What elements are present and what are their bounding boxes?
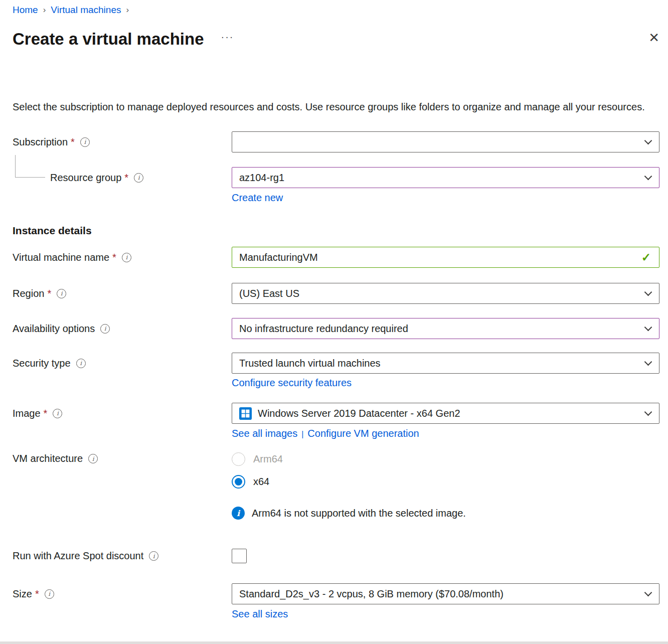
size-value: Standard_D2s_v3 - 2 vcpus, 8 GiB memory … [239,588,645,600]
info-icon[interactable] [57,289,66,298]
breadcrumb-separator-icon: › [43,5,46,15]
configure-vm-generation-link[interactable]: Configure VM generation [307,428,419,439]
region-label-cell: Region * [13,288,232,299]
see-all-images-link[interactable]: See all images [232,428,297,439]
breadcrumb-virtual-machines[interactable]: Virtual machines [51,5,121,16]
security-type-label-cell: Security type [13,358,232,369]
vm-name-field: ✓ [232,247,659,268]
azure-spot-label: Run with Azure Spot discount [13,550,143,562]
field-row-region: Region * (US) East US [13,283,659,304]
image-dropdown[interactable]: Windows Server 2019 Datacenter - x64 Gen… [232,403,659,424]
availability-label-cell: Availability options [13,323,232,335]
size-label: Size [13,588,32,600]
close-icon[interactable]: ✕ [648,29,659,46]
resource-group-dropdown[interactable]: az104-rg1 [232,167,659,188]
title-row: Create a virtual machine ··· ✕ [13,29,659,49]
field-row-resource-group: Resource group * az104-rg1 [13,167,659,188]
region-value: (US) East US [239,288,645,299]
size-link-row: See all sizes [232,608,659,620]
more-options-icon[interactable]: ··· [221,31,234,43]
required-marker: * [44,408,48,419]
chevron-down-icon [644,288,652,296]
info-icon[interactable] [134,173,143,183]
info-icon[interactable] [80,137,90,147]
radio-x64-label: x64 [253,476,269,488]
radio-arm64-label: Arm64 [253,453,283,465]
see-all-sizes-link[interactable]: See all sizes [232,608,288,619]
info-filled-icon [232,507,245,520]
vm-architecture-label: VM architecture [13,453,83,464]
image-label: Image [13,408,41,419]
azure-spot-checkbox[interactable] [232,549,247,563]
field-row-size: Size * Standard_D2s_v3 - 2 vcpus, 8 GiB … [13,583,659,604]
field-row-vm-architecture: VM architecture Arm64 x64 Arm64 is not s… [13,452,659,520]
arch-info-message: Arm64 is not supported with the selected… [232,507,659,520]
chevron-down-icon [644,136,652,144]
resource-group-value: az104-rg1 [239,172,645,184]
info-icon[interactable] [76,359,86,368]
vm-name-label: Virtual machine name [13,252,109,263]
chevron-down-icon [644,588,652,596]
spot-label-cell: Run with Azure Spot discount [13,550,232,562]
info-icon[interactable] [88,454,98,463]
breadcrumb: Home › Virtual machines › [13,0,659,16]
create-vm-page: Home › Virtual machines › Create a virtu… [0,0,668,644]
info-icon[interactable] [53,409,62,418]
tree-connector [15,155,45,178]
security-type-value: Trusted launch virtual machines [239,358,645,369]
resource-group-label-cell: Resource group * [13,172,232,184]
configure-security-features-link[interactable]: Configure security features [232,377,352,388]
size-dropdown[interactable]: Standard_D2s_v3 - 2 vcpus, 8 GiB memory … [232,583,659,604]
bottom-divider [0,641,668,644]
availability-options-value: No infrastructure redundancy required [239,323,645,335]
chevron-down-icon [644,358,652,366]
field-row-availability-options: Availability options No infrastructure r… [13,318,659,339]
breadcrumb-home[interactable]: Home [13,5,38,16]
configure-security-row: Configure security features [232,377,659,389]
info-icon[interactable] [100,324,110,334]
windows-logo-icon [239,407,252,420]
breadcrumb-separator-icon: › [126,5,129,15]
required-marker: * [47,288,51,299]
required-marker: * [124,172,128,184]
page-title: Create a virtual machine [13,29,204,49]
radio-icon [232,452,245,466]
create-new-row: Create new [232,192,659,204]
field-row-azure-spot: Run with Azure Spot discount [13,549,659,563]
radio-arm64[interactable]: Arm64 [232,452,659,466]
vm-name-input[interactable] [239,252,641,263]
security-type-label: Security type [13,358,71,369]
radio-selected-icon [232,475,245,489]
chevron-down-icon [644,323,652,331]
image-label-cell: Image * [13,408,232,419]
region-label: Region [13,288,44,299]
subscription-label-cell: Subscription * [13,136,232,148]
intro-text: Select the subscription to manage deploy… [13,99,650,115]
arch-info-text: Arm64 is not supported with the selected… [252,508,466,519]
info-icon[interactable] [122,253,131,262]
resource-group-label: Resource group [50,172,121,184]
field-row-security-type: Security type Trusted launch virtual mac… [13,353,659,374]
instance-details-heading: Instance details [13,225,659,237]
info-icon[interactable] [45,589,54,599]
subscription-label: Subscription [13,136,68,148]
region-dropdown[interactable]: (US) East US [232,283,659,304]
field-row-subscription: Subscription * [13,131,659,152]
availability-options-label: Availability options [13,323,95,335]
availability-options-dropdown[interactable]: No infrastructure redundancy required [232,318,659,339]
create-new-link[interactable]: Create new [232,192,283,203]
required-marker: * [112,252,116,263]
radio-x64[interactable]: x64 [232,475,659,489]
size-label-cell: Size * [13,588,232,600]
required-marker: * [35,588,39,600]
security-type-dropdown[interactable]: Trusted launch virtual machines [232,353,659,374]
required-marker: * [71,136,75,148]
chevron-down-icon [644,408,652,416]
chevron-down-icon [644,172,652,180]
vm-name-label-cell: Virtual machine name * [13,252,232,263]
vm-architecture-label-cell: VM architecture [13,452,232,464]
info-icon[interactable] [149,551,158,561]
subscription-dropdown[interactable] [232,131,659,152]
image-links-row: See all images|Configure VM generation [232,428,659,439]
field-row-image: Image * Windows Server [13,403,659,424]
